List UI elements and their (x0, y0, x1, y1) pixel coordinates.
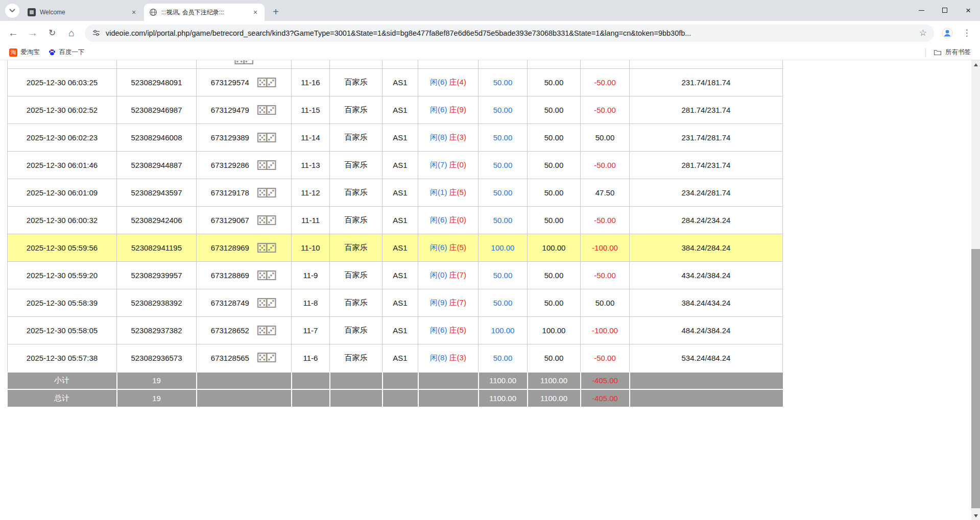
tab-search-button[interactable] (5, 4, 19, 18)
valid-amount-cell: 50.00 (528, 344, 581, 372)
close-button[interactable]: × (957, 0, 980, 20)
restore-button[interactable] (933, 0, 957, 20)
dice-icon[interactable]: ⚄⚂ (256, 214, 277, 227)
valid-amount-cell: 50.00 (528, 152, 581, 179)
dice-icon[interactable]: ⚄⚂ (256, 104, 277, 117)
tab-betrecord[interactable]: :::视讯, 会员下注纪录::: × (144, 4, 265, 21)
dice-icon[interactable]: ⚄⚂ (256, 241, 277, 255)
new-tab-button[interactable]: + (269, 5, 283, 19)
menu-button[interactable]: ⋮ (958, 24, 976, 42)
win-loss-cell: -50.00 (581, 262, 630, 289)
tab-welcome[interactable]: Welcome × (22, 4, 143, 21)
bookmark-aitaobao[interactable]: 淘 爱淘宝 (5, 46, 44, 59)
table-cell: AS1 (383, 289, 418, 317)
win-loss-cell: -50.00 (581, 207, 630, 234)
bookmark-star-icon[interactable]: ☆ (919, 28, 927, 38)
dice-icon[interactable]: ⚄⚂ (256, 76, 277, 89)
bet-id-cell: 523082946987 (117, 96, 197, 124)
table-cell: AS1 (383, 69, 418, 96)
address-bar[interactable]: videoie.com/ipl/portal.php/game/betrecor… (85, 24, 934, 42)
summary-count-cell: 19 (117, 372, 197, 389)
balance-cell: 484.24/384.24 (630, 317, 783, 344)
valid-amount-cell: 50.00 (528, 69, 581, 96)
valid-amount-cell: 100.00 (528, 317, 581, 344)
browser-chrome: Welcome × :::视讯, 会员下注纪录::: × + × ← → ↻ ⌂… (0, 0, 980, 60)
record-row: 2025-12-30 05:58:39523082938392673128749… (8, 289, 783, 317)
welcome-favicon-icon (28, 8, 36, 16)
summary-win-loss-cell: -405.00 (581, 372, 630, 389)
baidu-icon (48, 48, 56, 57)
site-info-icon[interactable] (92, 29, 101, 37)
bet-amount-cell: 50.00 (479, 96, 528, 124)
time-cell: 2025-12-30 06:02:52 (8, 96, 117, 124)
dice-icon[interactable]: ⚄⚂ (256, 131, 277, 144)
bookmark-baidu[interactable]: 百度一下 (44, 46, 89, 59)
divider (925, 48, 926, 57)
empty-cell (479, 60, 528, 69)
balance-cell: 384.24/434.24 (630, 289, 783, 317)
empty-cell (418, 60, 479, 69)
scroll-down-button[interactable] (971, 511, 980, 520)
dice-icon[interactable]: ⚄⚂ (256, 324, 277, 337)
bet-id-cell: 523082944887 (117, 152, 197, 179)
profile-icon (942, 28, 953, 39)
result-cell: 闲(8) 庄(3) (418, 124, 479, 152)
empty-cell (418, 372, 479, 389)
bookmarks-bar: 淘 爱淘宝 百度一下 所有书签 (0, 45, 980, 60)
record-row: 2025-12-30 05:59:20523082939957673128869… (8, 262, 783, 289)
empty-cell (330, 60, 383, 69)
close-icon: × (966, 6, 971, 15)
all-bookmarks-button[interactable]: 所有书签 (925, 48, 975, 57)
game-type-cell: 百家乐 (330, 207, 383, 234)
dice-icon[interactable]: ⚄⚂ (256, 186, 277, 200)
minimize-button[interactable] (910, 0, 933, 20)
tab-close-icon[interactable]: × (251, 8, 259, 16)
scroll-up-button[interactable] (971, 60, 980, 69)
record-row: 2025-12-30 06:02:52523082946987673129479… (8, 96, 783, 124)
result-cell: 闲(8) 庄(3) (418, 344, 479, 372)
dice-icon[interactable]: ⚄⚂ (256, 159, 277, 172)
home-button[interactable]: ⌂ (62, 24, 81, 42)
forward-button[interactable]: → (23, 24, 42, 42)
dice-icon[interactable]: ⚄⚂ (233, 60, 254, 61)
game-id-cell: 673129178⚄⚂ (197, 179, 292, 207)
bookmark-label: 爱淘宝 (20, 48, 40, 57)
round-cell: 11-7 (292, 317, 330, 344)
balance-cell: 281.74/231.74 (630, 152, 783, 179)
empty-cell (117, 60, 197, 69)
record-row: 2025-12-30 05:58:05523082937382673128652… (8, 317, 783, 344)
reload-button[interactable]: ↻ (43, 24, 61, 42)
round-cell: 11-11 (292, 207, 330, 234)
round-cell: 11-9 (292, 262, 330, 289)
dice-icon[interactable]: ⚄⚂ (256, 296, 277, 310)
profile-button[interactable] (938, 24, 957, 42)
back-button[interactable]: ← (4, 24, 22, 42)
balance-cell: 234.24/281.74 (630, 179, 783, 207)
win-loss-cell: -50.00 (581, 69, 630, 96)
empty-cell (292, 389, 330, 407)
summary-bet-cell: 1100.00 (479, 372, 528, 389)
valid-amount-cell: 50.00 (528, 289, 581, 317)
dice-icon[interactable]: ⚄⚂ (256, 269, 277, 282)
time-cell: 2025-12-30 06:03:25 (8, 69, 117, 96)
balance-cell: 384.24/284.24 (630, 234, 783, 262)
tab-close-icon[interactable]: × (130, 8, 138, 16)
round-cell: 11-8 (292, 289, 330, 317)
bet-amount-cell: 50.00 (479, 262, 528, 289)
vertical-scrollbar[interactable] (971, 60, 980, 520)
dice-icon[interactable]: ⚄⚂ (256, 351, 277, 364)
time-cell: 2025-12-30 05:59:20 (8, 262, 117, 289)
bet-id-cell: 523082938392 (117, 289, 197, 317)
bet-id-cell: 523082941195 (117, 234, 197, 262)
round-cell: 11-16 (292, 69, 330, 96)
window-controls: × (910, 0, 980, 20)
round-cell: 11-6 (292, 344, 330, 372)
scrollbar-thumb[interactable] (971, 249, 980, 508)
record-row: 2025-12-30 05:59:56523082941195673128969… (8, 234, 783, 262)
url-text[interactable]: videoie.com/ipl/portal.php/game/betrecor… (106, 29, 914, 37)
game-id-cell: ⚄⚂ (197, 60, 292, 69)
bet-id-cell: 523082948091 (117, 69, 197, 96)
empty-cell (630, 60, 783, 69)
record-row: 2025-12-30 05:57:38523082936573673128565… (8, 344, 783, 372)
empty-cell (383, 60, 418, 69)
